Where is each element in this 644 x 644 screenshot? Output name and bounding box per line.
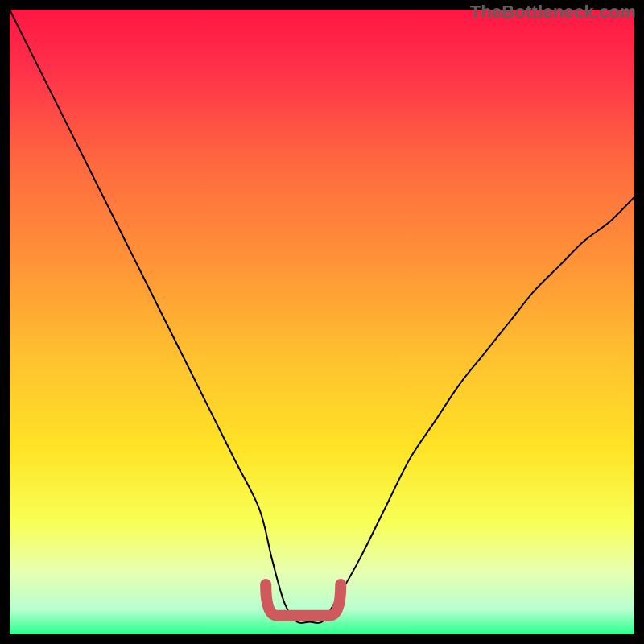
chart-background <box>10 10 634 634</box>
watermark-text: TheBottleneck.com <box>470 2 636 23</box>
chart-stage: TheBottleneck.com <box>0 0 644 644</box>
bottleneck-chart <box>10 10 634 634</box>
